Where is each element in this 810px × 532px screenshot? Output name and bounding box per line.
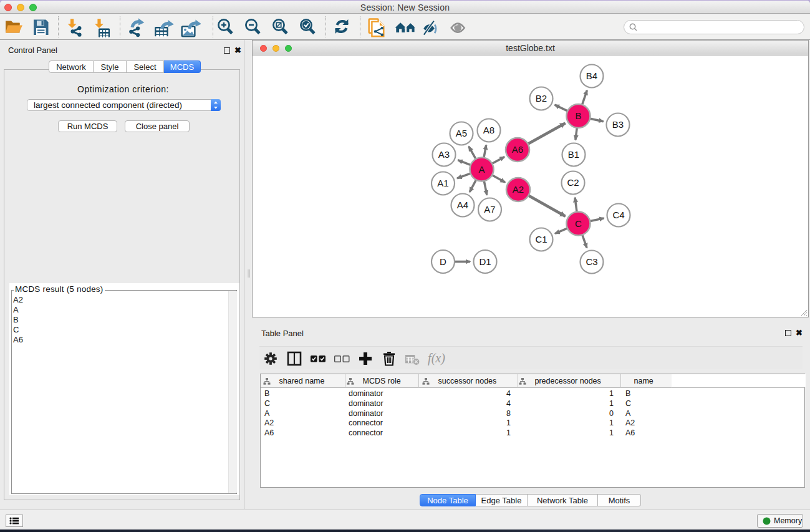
svg-text:D: D: [440, 256, 446, 267]
svg-text:A4: A4: [457, 200, 468, 210]
svg-text:D1: D1: [479, 256, 491, 267]
svg-text:C3: C3: [586, 256, 597, 267]
svg-text:A2: A2: [513, 184, 524, 195]
svg-text:A: A: [478, 164, 485, 175]
svg-text:B: B: [575, 110, 581, 121]
svg-text:C4: C4: [612, 210, 624, 220]
svg-text:A3: A3: [438, 149, 450, 160]
svg-text:C1: C1: [535, 234, 547, 244]
svg-text:C2: C2: [567, 177, 579, 188]
svg-text:B2: B2: [536, 93, 547, 104]
svg-text:A7: A7: [484, 204, 495, 215]
svg-text:A1: A1: [437, 178, 448, 188]
svg-text:B4: B4: [586, 70, 597, 81]
svg-text:A6: A6: [512, 144, 523, 155]
svg-text:A5: A5: [456, 128, 467, 138]
svg-text:B3: B3: [612, 119, 624, 130]
svg-text:C: C: [575, 218, 582, 229]
svg-text:B1: B1: [568, 149, 579, 160]
svg-text:A8: A8: [483, 125, 494, 135]
